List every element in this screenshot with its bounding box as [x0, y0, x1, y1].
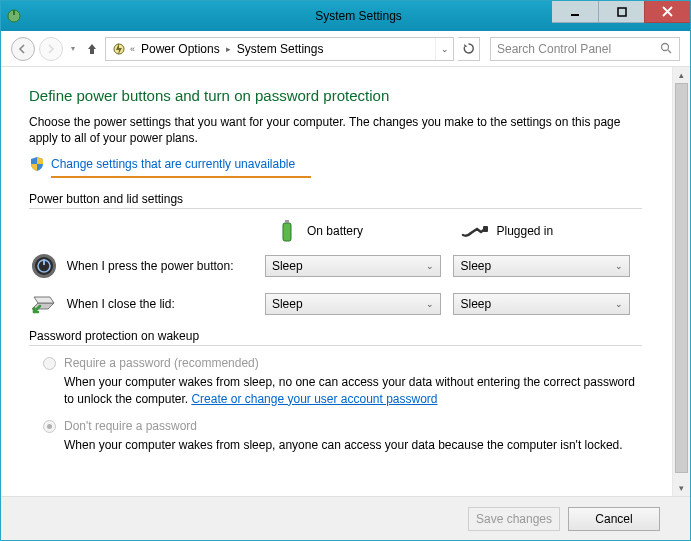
footer: Save changes Cancel: [1, 496, 690, 540]
radio-dont-desc: When your computer wakes from sleep, any…: [29, 437, 642, 453]
up-button[interactable]: [83, 40, 101, 58]
power-options-icon: [110, 40, 128, 58]
power-button-plugged-select[interactable]: Sleep⌄: [453, 255, 630, 277]
search-placeholder: Search Control Panel: [497, 42, 611, 56]
radio-require-label: Require a password (recommended): [64, 356, 259, 370]
svg-rect-12: [43, 259, 45, 265]
shield-icon: [29, 156, 45, 172]
refresh-button[interactable]: [458, 37, 480, 61]
window-controls: [552, 1, 690, 23]
section-password-title: Password protection on wakeup: [29, 329, 642, 343]
scrollbar[interactable]: ▴ ▾: [672, 67, 690, 496]
section-power-title: Power button and lid settings: [29, 192, 642, 206]
back-button[interactable]: [11, 37, 35, 61]
svg-rect-7: [285, 220, 289, 223]
battery-icon: [279, 219, 297, 243]
create-password-link[interactable]: Create or change your user account passw…: [191, 392, 437, 406]
search-input[interactable]: Search Control Panel: [490, 37, 680, 61]
column-on-battery: On battery: [279, 219, 461, 243]
chevron-right-icon: «: [128, 44, 137, 54]
breadcrumb[interactable]: « Power Options ▸ System Settings ⌄: [105, 37, 454, 61]
column-plugged-in: Plugged in: [461, 223, 643, 239]
highlight-underline: [51, 176, 311, 178]
forward-button[interactable]: [39, 37, 63, 61]
breadcrumb-power-options[interactable]: Power Options: [137, 42, 224, 56]
save-changes-button: Save changes: [468, 507, 560, 531]
power-button-icon: [29, 253, 59, 279]
svg-rect-3: [618, 8, 626, 16]
close-lid-battery-select[interactable]: Sleep⌄: [265, 293, 442, 315]
plug-icon: [461, 223, 487, 239]
titlebar: System Settings: [1, 1, 690, 31]
svg-rect-1: [13, 10, 15, 15]
chevron-down-icon: ⌄: [426, 261, 434, 271]
scroll-down-icon[interactable]: ▾: [673, 480, 690, 496]
svg-point-5: [662, 44, 669, 51]
history-dropdown-icon[interactable]: ▾: [67, 44, 79, 53]
breadcrumb-dropdown-icon[interactable]: ⌄: [435, 38, 453, 60]
svg-rect-6: [283, 223, 291, 241]
radio-require-password: [43, 357, 56, 370]
search-icon: [660, 42, 673, 55]
page-heading: Define power buttons and turn on passwor…: [29, 87, 642, 104]
chevron-right-icon: ▸: [224, 44, 233, 54]
close-lid-icon: [29, 291, 59, 317]
scroll-up-icon[interactable]: ▴: [673, 67, 690, 83]
scroll-thumb[interactable]: [675, 83, 688, 473]
close-lid-plugged-select[interactable]: Sleep⌄: [453, 293, 630, 315]
cancel-button[interactable]: Cancel: [568, 507, 660, 531]
radio-require-desc: When your computer wakes from sleep, no …: [29, 374, 642, 406]
app-icon: [1, 8, 27, 24]
power-button-battery-select[interactable]: Sleep⌄: [265, 255, 442, 277]
chevron-down-icon: ⌄: [426, 299, 434, 309]
system-settings-window: System Settings ▾ «: [0, 0, 691, 541]
content-area: Define power buttons and turn on passwor…: [1, 67, 672, 496]
breadcrumb-system-settings[interactable]: System Settings: [233, 42, 328, 56]
navbar: ▾ « Power Options ▸ System Settings ⌄ Se…: [1, 31, 690, 67]
svg-rect-8: [483, 226, 488, 232]
change-settings-link[interactable]: Change settings that are currently unava…: [51, 157, 295, 171]
close-button[interactable]: [644, 1, 690, 23]
close-lid-label: When I close the lid:: [67, 297, 265, 311]
svg-rect-2: [571, 14, 579, 16]
minimize-button[interactable]: [552, 1, 598, 23]
chevron-down-icon: ⌄: [615, 261, 623, 271]
radio-dont-label: Don't require a password: [64, 419, 197, 433]
maximize-button[interactable]: [598, 1, 644, 23]
chevron-down-icon: ⌄: [615, 299, 623, 309]
page-subtext: Choose the power settings that you want …: [29, 114, 642, 146]
radio-dont-require-password: [43, 420, 56, 433]
power-button-label: When I press the power button:: [67, 259, 265, 273]
